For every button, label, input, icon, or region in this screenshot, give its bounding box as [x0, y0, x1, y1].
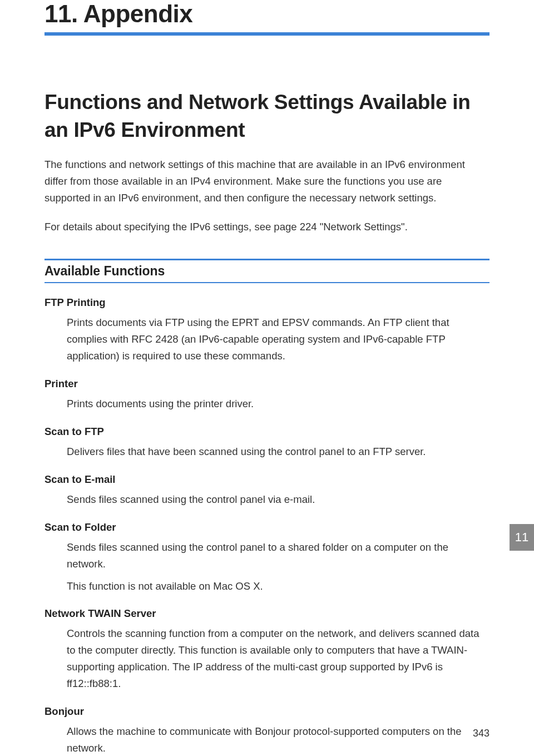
- function-desc: Delivers files that have been scanned us…: [67, 443, 490, 460]
- subsection-heading: Available Functions: [44, 264, 490, 279]
- function-item: Network TWAIN Server Controls the scanni…: [44, 607, 490, 692]
- function-title: Printer: [44, 378, 490, 390]
- chapter-title: 11. Appendix: [44, 0, 490, 28]
- function-title: Scan to E-mail: [44, 473, 490, 486]
- subsection-rule-top: [44, 259, 490, 260]
- function-desc: Sends files scanned using the control pa…: [67, 539, 490, 572]
- function-item: Scan to E-mail Sends files scanned using…: [44, 473, 490, 508]
- page-container: 11. Appendix Functions and Network Setti…: [0, 0, 534, 756]
- function-item: Bonjour Allows the machine to communicat…: [44, 705, 490, 756]
- function-title: Scan to Folder: [44, 521, 490, 533]
- section-intro-2: For details about specifying the IPv6 se…: [44, 219, 490, 235]
- subsection-rule-bottom: [44, 282, 490, 283]
- function-title: Scan to FTP: [44, 426, 490, 438]
- function-desc: Controls the scanning function from a co…: [67, 625, 490, 692]
- section-intro-1: The functions and network settings of th…: [44, 156, 490, 206]
- page-number: 343: [473, 728, 490, 739]
- chapter-rule: [44, 32, 490, 36]
- function-item: Scan to Folder Sends files scanned using…: [44, 521, 490, 595]
- function-title: Network TWAIN Server: [44, 607, 490, 620]
- function-desc: Allows the machine to communicate with B…: [67, 723, 490, 756]
- function-title: FTP Printing: [44, 297, 490, 309]
- function-item: Scan to FTP Delivers files that have bee…: [44, 426, 490, 460]
- chapter-tab: 11: [510, 524, 534, 551]
- function-item: Printer Prints documents using the print…: [44, 378, 490, 412]
- subsection-heading-wrap: Available Functions: [44, 259, 490, 283]
- section-title: Functions and Network Settings Available…: [44, 88, 490, 144]
- function-desc: Prints documents using the printer drive…: [67, 396, 490, 412]
- function-desc: This function is not available on Mac OS…: [67, 578, 490, 595]
- function-title: Bonjour: [44, 705, 490, 718]
- function-item: FTP Printing Prints documents via FTP us…: [44, 297, 490, 364]
- function-desc: Prints documents via FTP using the EPRT …: [67, 314, 490, 364]
- function-desc: Sends files scanned using the control pa…: [67, 491, 490, 508]
